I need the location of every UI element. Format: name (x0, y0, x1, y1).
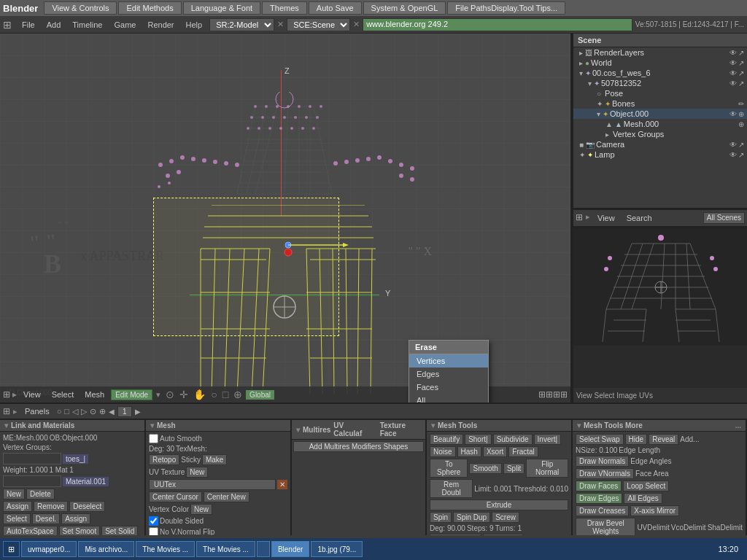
lm-deselect-btn[interactable]: Deselect (69, 501, 105, 512)
panels-icon1[interactable]: ○ (57, 407, 62, 416)
object000-eye[interactable]: 👁 (729, 110, 737, 118)
507-eye[interactable]: 👁 (729, 79, 737, 88)
panels-icon3[interactable]: ◁ (72, 407, 78, 416)
lm-mat-name-input[interactable] (3, 475, 61, 487)
lm-assign-btn[interactable]: Assign (3, 501, 32, 512)
outliner-item-mesh000[interactable]: ▲ ▲ Mesh.000 ⊕ (573, 119, 747, 129)
mt-noise-btn[interactable]: Noise (430, 446, 456, 457)
mesh-uutex-x[interactable]: ✕ (277, 480, 287, 489)
lm-autotex-btn[interactable]: AutoTexSpace (3, 526, 58, 535)
mt-remdoubl-btn[interactable]: Rem Doubl (430, 479, 473, 498)
507-arrow[interactable]: ↗ (738, 79, 744, 88)
outliner-item-camera[interactable]: ■ 📷 Camera 👁 ↗ (573, 139, 747, 149)
mt-fractal-btn[interactable]: Fractal (508, 446, 538, 457)
outliner-search-btn[interactable]: Search (622, 212, 657, 224)
viewport-select-btn[interactable]: Select (47, 389, 79, 400)
3d-viewport[interactable]: Z Y " " B x APPASTRAR " " (0, 34, 572, 402)
menu-render[interactable]: Render (143, 19, 178, 31)
outliner-view-btn[interactable]: View (593, 212, 619, 224)
transform-icon[interactable]: ✛ (179, 389, 188, 400)
mtm-drawnorm-btn[interactable]: Draw Normals (576, 456, 629, 467)
lm-setsmoot-btn[interactable]: Set Smoot (59, 526, 101, 535)
cos-eye[interactable]: 👁 (729, 69, 737, 77)
mesh-double-check[interactable] (149, 516, 158, 526)
mini-view-btn[interactable]: View (576, 392, 592, 400)
menu-item-vertices[interactable]: Vertices (409, 354, 488, 368)
mt-clockwise-btn[interactable]: Clockwise (483, 534, 523, 535)
mt-flip-btn[interactable]: Flip Normal (526, 459, 568, 478)
mesh-vcol-new-btn[interactable]: New (190, 504, 212, 515)
mesh-retopo-btn[interactable]: Retopo (149, 454, 179, 465)
mtm-drawedges-btn[interactable]: Draw Edges (576, 493, 622, 504)
mt-short-btn[interactable]: Short| (465, 434, 492, 445)
scale-icon[interactable]: □ (222, 389, 228, 400)
mtm-creases-btn[interactable]: Draw Creases (576, 505, 629, 516)
viewport-mesh-btn[interactable]: Mesh (80, 389, 109, 400)
taskbar-btn-empty[interactable] (257, 541, 270, 557)
lm-toes-input[interactable] (3, 453, 61, 464)
lm-remove-btn[interactable]: Remove (34, 501, 68, 512)
mtm-swap-btn[interactable]: Select Swap (576, 434, 624, 445)
mesh-center-btn[interactable]: Center Cursor (149, 491, 202, 502)
taskbar-btn-uvmapper[interactable]: uvmapper0... (21, 541, 77, 557)
mtm-reveal-btn[interactable]: Reveal (649, 434, 678, 445)
mtm-bevel-btn[interactable]: Draw Bevel Weights (576, 518, 635, 535)
mtm-alledges-btn[interactable]: All Edges (624, 493, 662, 504)
tab-view-controls[interactable]: View & Controls (44, 1, 117, 15)
lm-new-btn[interactable]: New (3, 489, 25, 499)
mt-sphere-btn[interactable]: To Sphere (430, 459, 468, 478)
page-next[interactable]: ▶ (135, 408, 141, 416)
global-selector[interactable]: Global (246, 390, 274, 400)
mesh-make-btn[interactable]: Make (202, 454, 227, 465)
mt-spin-btn[interactable]: Spin (430, 512, 452, 523)
tab-themes[interactable]: Themes (262, 1, 307, 15)
mt-spindup-btn[interactable]: Spin Dup (453, 512, 490, 523)
outliner-item-world[interactable]: ▸ ● World 👁 ↗ (573, 58, 747, 68)
mt-xsort-btn[interactable]: Xsort (483, 446, 507, 457)
outliner-item-lamp[interactable]: ✦ ✦ Lamp 👁 ↗ (573, 149, 747, 160)
camera-eye[interactable]: 👁 (729, 141, 737, 149)
all-scenes-selector[interactable]: All Scenes (703, 212, 745, 224)
mtm-hide-btn[interactable]: Hide (625, 434, 648, 445)
manipulator-icon[interactable]: ⊕ (233, 389, 242, 400)
menu-item-all[interactable]: All (409, 394, 488, 402)
outliner-item-renderlayers[interactable]: ▸ 🖼 RenderLayers 👁 ↗ (573, 47, 747, 58)
lm-assign2-btn[interactable]: Assign (61, 513, 90, 524)
outliner-item-pose[interactable]: ○ Pose (573, 88, 747, 98)
mt-subdivide-btn[interactable]: Subdivide (493, 434, 533, 445)
tab-language-font[interactable]: Language & Font (183, 1, 260, 15)
panels-icon5[interactable]: ⊙ (90, 407, 96, 416)
panels-icon6[interactable]: ⊕ (99, 407, 106, 416)
menu-add[interactable]: Add (42, 19, 66, 31)
menu-timeline[interactable]: Timeline (68, 19, 107, 31)
mini-image-btn[interactable]: Image (616, 392, 637, 400)
mesh-new-btn[interactable]: New (186, 467, 208, 478)
taskbar-btn-themovies1[interactable]: The Movies ... (136, 541, 195, 557)
lm-delete-btn[interactable]: Delete (26, 489, 55, 499)
object000-cursor[interactable]: ⊕ (738, 110, 744, 118)
mesh-center-new-btn[interactable]: Center New (204, 491, 249, 502)
scene-selector-2[interactable]: SCE:Scene (287, 18, 350, 31)
lm-select-btn[interactable]: Select (3, 513, 31, 524)
edit-mode-selector[interactable]: Edit Mode (111, 389, 152, 400)
mt-invert-btn[interactable]: Invert| (534, 434, 562, 445)
mt-split-btn[interactable]: Split (503, 463, 525, 474)
mt-screw-btn[interactable]: Screw (492, 512, 519, 523)
tab-auto-save[interactable]: Auto Save (309, 1, 362, 15)
viewport-view-btn[interactable]: View (19, 389, 45, 400)
menu-item-edges[interactable]: Edges (409, 368, 488, 381)
tab-system-opengl[interactable]: System & OpenGL (363, 1, 446, 15)
mini-uvs-btn[interactable]: UVs (639, 392, 653, 400)
mt-beautify-btn[interactable]: Beautify (430, 434, 463, 445)
world-eye[interactable]: 👁 (729, 59, 737, 67)
taskbar-btn-themovies2[interactable]: The Movies ... (196, 541, 255, 557)
outliner-item-vertex-groups[interactable]: ▸ Vertex Groups (573, 129, 747, 139)
cursor-icon[interactable]: ✋ (193, 389, 206, 400)
mt-hash-btn[interactable]: Hash (457, 446, 481, 457)
outliner-item-cos[interactable]: ▾ ✦ 00.cos_f_wes_6 👁 ↗ (573, 68, 747, 78)
outliner-item-bones[interactable]: ✦ ✦ Bones ✏ (573, 98, 747, 109)
snap-icon[interactable]: ⊙ (166, 389, 174, 400)
lamp-arrow[interactable]: ↗ (738, 151, 744, 159)
lamp-eye[interactable]: 👁 (729, 151, 737, 159)
panels-icon4[interactable]: ▷ (81, 407, 87, 416)
